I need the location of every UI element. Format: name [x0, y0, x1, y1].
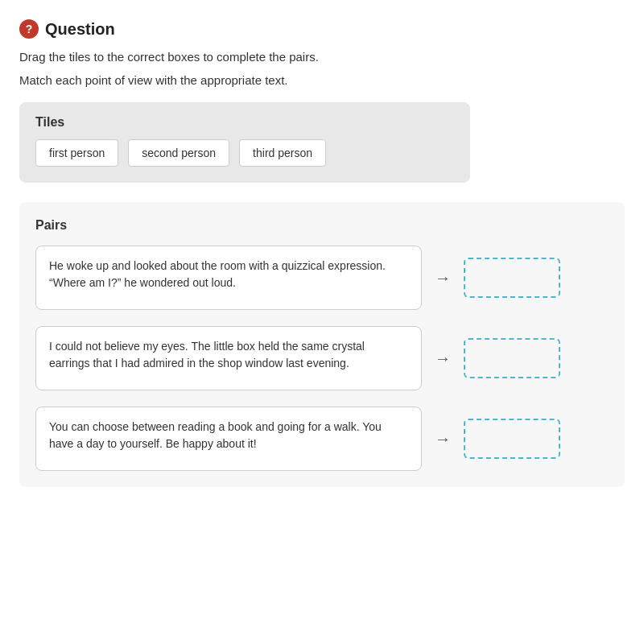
arrow-3: → [435, 430, 451, 448]
tile-first-person[interactable]: first person [35, 139, 118, 167]
pair-row-3: You can choose between reading a book an… [35, 407, 609, 471]
drop-zone-1[interactable] [464, 258, 560, 298]
tile-third-person[interactable]: third person [239, 139, 326, 167]
pair-row-1: He woke up and looked about the room wit… [35, 246, 609, 310]
question-icon: ? [19, 19, 39, 39]
pairs-section: Pairs He woke up and looked about the ro… [19, 202, 625, 487]
instruction-line-2: Match each point of view with the approp… [19, 72, 625, 90]
pair-row-2: I could not believe my eyes. The little … [35, 326, 609, 390]
pair-text-2: I could not believe my eyes. The little … [35, 326, 422, 390]
drop-zone-3[interactable] [464, 419, 560, 459]
pair-text-3: You can choose between reading a book an… [35, 407, 422, 471]
question-title: Question [45, 20, 115, 39]
instruction-line-1: Drag the tiles to the correct boxes to c… [19, 48, 625, 67]
tiles-label: Tiles [35, 115, 454, 130]
pair-text-1: He woke up and looked about the room wit… [35, 246, 422, 310]
pairs-label: Pairs [35, 218, 609, 233]
tiles-section: Tiles first person second person third p… [19, 102, 470, 183]
page-container: ? Question Drag the tiles to the correct… [0, 0, 644, 644]
tiles-row: first person second person third person [35, 139, 454, 167]
tile-second-person[interactable]: second person [128, 139, 229, 167]
arrow-1: → [435, 269, 451, 287]
arrow-2: → [435, 349, 451, 368]
question-header: ? Question [19, 19, 625, 39]
drop-zone-2[interactable] [464, 338, 560, 378]
